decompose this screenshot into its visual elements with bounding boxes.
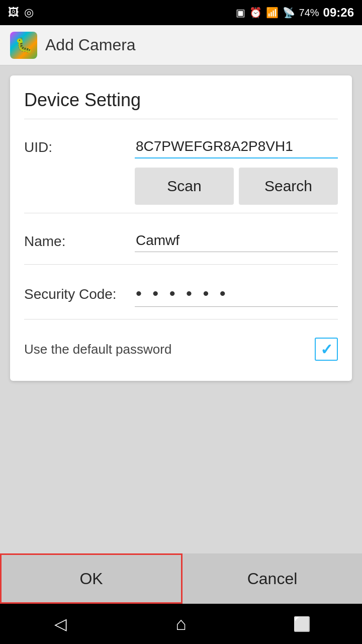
- name-label: Name:: [24, 233, 125, 250]
- app-bar: 🐛 Add Camera: [0, 25, 362, 65]
- recent-apps-icon[interactable]: [287, 609, 317, 639]
- cancel-button[interactable]: Cancel: [183, 553, 362, 604]
- name-input[interactable]: [135, 230, 338, 252]
- wifi-icon: 📶: [266, 7, 279, 19]
- divider-name: [24, 264, 338, 265]
- security-code-label: Security Code:: [24, 286, 125, 302]
- name-row: Name:: [24, 221, 338, 256]
- logo-emoji: 🐛: [15, 37, 33, 53]
- security-code-row: Security Code: • • • • • •: [24, 273, 338, 311]
- camera-icon: ◎: [24, 6, 34, 19]
- default-password-row: Use the default password ✓: [24, 328, 338, 365]
- status-left-icons: 🖼 ◎: [8, 6, 34, 19]
- home-icon[interactable]: [166, 609, 196, 639]
- divider-uid: [24, 213, 338, 213]
- security-code-dots: • • • • • •: [135, 282, 338, 307]
- app-logo: 🐛: [10, 32, 37, 59]
- default-password-checkbox[interactable]: ✓: [315, 338, 338, 361]
- alarm-icon: ⏰: [249, 7, 262, 19]
- vibrate-icon: ▣: [236, 7, 245, 19]
- signal-icon: 📡: [283, 7, 295, 19]
- scan-button[interactable]: Scan: [135, 168, 234, 205]
- bottom-bar: OK Cancel: [0, 553, 362, 604]
- checkmark-icon: ✓: [320, 341, 333, 358]
- device-setting-card: Device Setting UID: Scan Search Name: Se…: [10, 75, 352, 381]
- battery-level: 74%: [299, 7, 319, 19]
- scan-search-row: Scan Search: [135, 168, 338, 205]
- card-title: Device Setting: [24, 90, 338, 111]
- status-time: 09:26: [323, 6, 354, 20]
- default-password-label: Use the default password: [24, 342, 171, 357]
- image-icon: 🖼: [8, 6, 19, 19]
- ok-button[interactable]: OK: [0, 553, 183, 604]
- search-button[interactable]: Search: [239, 168, 338, 205]
- divider-top: [24, 119, 338, 119]
- divider-security: [24, 319, 338, 319]
- uid-row: UID:: [24, 127, 338, 163]
- status-bar: 🖼 ◎ ▣ ⏰ 📶 📡 74% 09:26: [0, 0, 362, 25]
- uid-input[interactable]: [135, 136, 338, 158]
- uid-label: UID:: [24, 139, 125, 155]
- status-right-icons: ▣ ⏰ 📶 📡 74% 09:26: [236, 6, 354, 20]
- main-content: Device Setting UID: Scan Search Name: Se…: [0, 65, 362, 553]
- nav-bar: [0, 604, 362, 644]
- app-title: Add Camera: [45, 36, 136, 54]
- back-icon[interactable]: [45, 609, 75, 639]
